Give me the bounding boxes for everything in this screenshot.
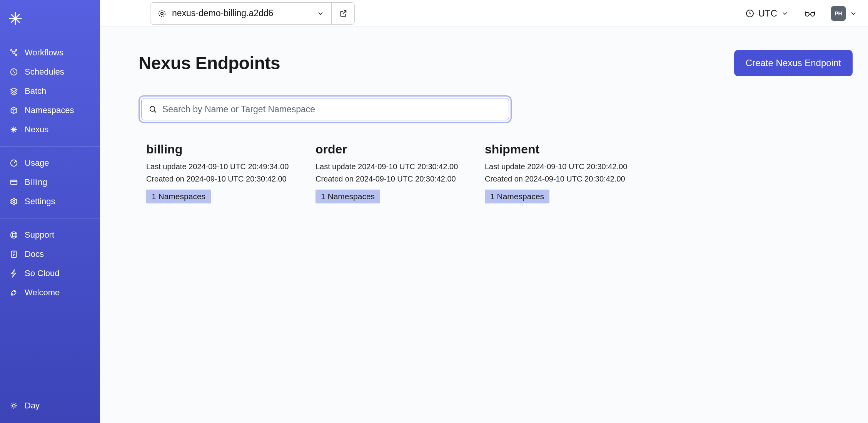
endpoint-card[interactable]: shipment Last update 2024-09-10 UTC 20:3…	[485, 142, 631, 203]
endpoint-cards: billing Last update 2024-09-10 UTC 20:49…	[139, 142, 853, 203]
nexus-icon	[9, 125, 18, 134]
external-link-icon	[339, 9, 347, 18]
namespaces-badge: 1 Namespaces	[146, 190, 211, 203]
svg-point-1	[11, 50, 12, 51]
endpoint-name: order	[315, 142, 462, 157]
clock-icon	[9, 67, 18, 77]
document-icon	[9, 250, 18, 259]
sidebar-item-support[interactable]: Support	[0, 225, 100, 245]
svg-point-13	[161, 12, 163, 15]
sidebar-item-day[interactable]: Day	[0, 396, 100, 415]
sidebar-item-label: Day	[25, 401, 40, 411]
svg-point-11	[12, 404, 15, 407]
endpoint-created: Created on 2024-09-10 UTC 20:30:42.00	[485, 173, 631, 184]
nav-group-1: Workflows Schedules Batch Namespaces Nex…	[0, 40, 100, 142]
sidebar-item-usage[interactable]: Usage	[0, 153, 100, 173]
sidebar-item-billing[interactable]: Billing	[0, 173, 100, 192]
namespace-dropdown[interactable]: nexus-demo-billing.a2dd6	[150, 3, 331, 24]
svg-point-16	[811, 12, 815, 16]
chevron-down-icon	[781, 10, 789, 17]
sidebar-item-welcome[interactable]: Welcome	[0, 283, 100, 302]
sidebar-item-so-cloud[interactable]: So Cloud	[0, 264, 100, 283]
sidebar-item-docs[interactable]: Docs	[0, 245, 100, 264]
endpoint-updated: Last update 2024-09-10 UTC 20:49:34.00	[146, 161, 292, 172]
namespaces-badge: 1 Namespaces	[485, 190, 549, 203]
sidebar-item-settings[interactable]: Settings	[0, 192, 100, 211]
svg-point-3	[16, 55, 17, 56]
box-icon	[9, 106, 18, 115]
svg-point-9	[12, 233, 15, 236]
search-icon	[149, 105, 157, 113]
svg-point-2	[16, 50, 17, 51]
chevron-down-icon	[850, 10, 857, 17]
timezone-label: UTC	[758, 8, 777, 19]
sidebar-item-namespaces[interactable]: Namespaces	[0, 101, 100, 120]
endpoint-updated: Last update 2024-09-10 UTC 20:30:42.00	[315, 161, 462, 172]
sidebar-item-label: Nexus	[25, 125, 48, 135]
svg-rect-6	[11, 180, 17, 185]
nav-group-2: Usage Billing Settings	[0, 146, 100, 214]
search-focus-ring	[139, 95, 512, 123]
sidebar-item-label: Workflows	[25, 48, 63, 58]
endpoint-created: Created on 2024-09-10 UTC 20:30:42.00	[315, 173, 462, 184]
search-box[interactable]	[141, 98, 509, 120]
app-logo[interactable]	[0, 0, 100, 40]
avatar: PH	[831, 6, 846, 21]
content: Nexus Endpoints Create Nexus Endpoint bi…	[100, 27, 868, 219]
sidebar-item-batch[interactable]: Batch	[0, 82, 100, 101]
endpoint-card[interactable]: billing Last update 2024-09-10 UTC 20:49…	[146, 142, 292, 203]
svg-point-12	[159, 10, 165, 17]
sidebar-item-label: Usage	[25, 158, 49, 168]
endpoint-name: shipment	[485, 142, 631, 157]
sidebar-bottom: Day	[0, 396, 100, 423]
lifebuoy-icon	[9, 230, 18, 240]
sidebar-item-label: So Cloud	[25, 268, 60, 278]
sidebar: Workflows Schedules Batch Namespaces Nex…	[0, 0, 100, 423]
card-icon	[9, 178, 18, 187]
sidebar-item-label: Batch	[25, 86, 46, 96]
chevron-down-icon	[317, 10, 324, 17]
sidebar-item-label: Billing	[25, 177, 47, 187]
sidebar-item-label: Docs	[25, 249, 44, 259]
rocket-icon	[9, 288, 18, 297]
gear-icon	[9, 197, 18, 206]
glasses-icon	[804, 9, 816, 18]
topbar: nexus-demo-billing.a2dd6 UTC	[100, 0, 868, 27]
svg-point-7	[13, 200, 15, 203]
endpoint-card[interactable]: order Last update 2024-09-10 UTC 20:30:4…	[315, 142, 462, 203]
target-icon	[157, 9, 167, 18]
sidebar-item-label: Support	[25, 230, 54, 240]
layers-icon	[9, 87, 18, 96]
nav-group-3: Support Docs So Cloud Welcome	[0, 218, 100, 305]
open-external-button[interactable]	[331, 3, 354, 24]
svg-point-17	[150, 107, 155, 112]
namespaces-badge: 1 Namespaces	[315, 190, 380, 203]
page-header: Nexus Endpoints Create Nexus Endpoint	[139, 50, 853, 76]
create-endpoint-button[interactable]: Create Nexus Endpoint	[734, 50, 853, 76]
labs-button[interactable]	[804, 9, 816, 18]
namespace-selector: nexus-demo-billing.a2dd6	[150, 2, 355, 25]
endpoint-updated: Last update 2024-09-10 UTC 20:30:42.00	[485, 161, 631, 172]
sidebar-item-workflows[interactable]: Workflows	[0, 43, 100, 62]
search-input[interactable]	[162, 104, 502, 115]
timezone-picker[interactable]: UTC	[745, 8, 789, 19]
user-menu[interactable]: PH	[831, 6, 857, 21]
page-title: Nexus Endpoints	[139, 53, 280, 73]
sun-icon	[9, 401, 18, 410]
svg-point-15	[805, 12, 809, 16]
endpoint-name: billing	[146, 142, 292, 157]
sidebar-item-label: Schedules	[25, 67, 64, 77]
topbar-right: UTC PH	[745, 6, 857, 21]
sidebar-item-schedules[interactable]: Schedules	[0, 62, 100, 82]
sidebar-item-label: Namespaces	[25, 105, 74, 115]
workflows-icon	[9, 48, 18, 57]
main-area: nexus-demo-billing.a2dd6 UTC	[100, 0, 868, 423]
bolt-icon	[9, 269, 18, 278]
clock-icon	[745, 9, 754, 18]
gauge-icon	[9, 158, 18, 168]
sidebar-item-label: Welcome	[25, 288, 60, 298]
endpoint-created: Created on 2024-09-10 UTC 20:30:42.00	[146, 173, 292, 184]
sidebar-item-nexus[interactable]: Nexus	[0, 120, 100, 139]
namespace-label: nexus-demo-billing.a2dd6	[172, 8, 311, 18]
sidebar-item-label: Settings	[25, 197, 55, 207]
